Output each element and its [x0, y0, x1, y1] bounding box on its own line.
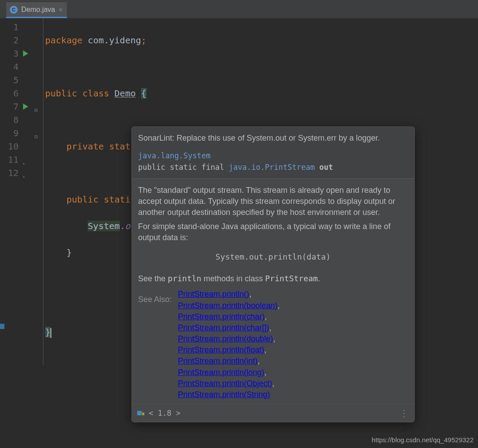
- svg-rect-2: [143, 413, 144, 415]
- run-icon[interactable]: [23, 50, 28, 57]
- line-number: 5: [0, 73, 19, 87]
- run-icon[interactable]: [23, 103, 28, 110]
- line-number: 4: [0, 60, 19, 73]
- module-icon: [137, 410, 145, 416]
- doc-header: SonarLint: Replace this use of System.ou…: [132, 127, 414, 179]
- see-also-label: See Also:: [138, 294, 178, 400]
- line-number-gutter: 1 2 3 4 5 6 7 8 9 10 11 12: [0, 19, 21, 365]
- jdk-version: < 1.8 >: [149, 409, 181, 417]
- code-line: public class Demo {: [45, 87, 280, 100]
- line-number: 8: [0, 113, 19, 126]
- sonarlint-warning: SonarLint: Replace this use of System.ou…: [138, 132, 408, 144]
- doc-paragraph: The "standard" output stream. This strea…: [138, 185, 408, 218]
- see-also-link[interactable]: PrintStream.println(): [178, 290, 249, 299]
- doc-paragraph: For simple stand-alone Java applications…: [138, 221, 408, 243]
- see-also-link[interactable]: PrintStream.println(char): [178, 312, 265, 321]
- java-class-icon: C: [10, 6, 18, 14]
- see-also-link[interactable]: PrintStream.println(Object): [178, 379, 272, 388]
- see-also-link[interactable]: PrintStream.println(char[]): [178, 323, 269, 332]
- run-marker-gutter: ▸ ▸: [21, 19, 34, 365]
- doc-footer: < 1.8 > ⋮: [132, 404, 414, 422]
- line-number: 2: [0, 34, 19, 47]
- line-number: 1: [0, 20, 19, 34]
- line-number: 7: [0, 100, 19, 113]
- doc-signature: java.lang.System public static final jav…: [138, 150, 408, 173]
- line-number: 3: [0, 47, 19, 60]
- code-line: package com.yideng;: [45, 34, 280, 47]
- see-also-link[interactable]: PrintStream.println(int): [178, 356, 258, 365]
- fold-close-icon[interactable]: ⊡: [35, 130, 41, 136]
- svg-rect-1: [141, 412, 143, 415]
- line-number: 9: [0, 126, 19, 140]
- doc-code-sample: System.out.println(data): [138, 251, 408, 262]
- line-number: 12: [0, 166, 19, 180]
- code-line: [45, 113, 280, 126]
- see-also-list: PrintStream.println(), PrintStream.print…: [178, 289, 280, 400]
- doc-body: The "standard" output stream. This strea…: [132, 179, 414, 404]
- doc-type-link[interactable]: java.io.PrintStream: [229, 163, 315, 172]
- error-stripe-marker[interactable]: [0, 324, 4, 329]
- more-menu-icon[interactable]: ⋮: [400, 408, 409, 418]
- see-also-link[interactable]: PrintStream.println(String): [178, 390, 270, 399]
- text-cursor: [50, 328, 51, 338]
- code-line: [45, 60, 280, 73]
- quick-doc-popup: SonarLint: Replace this use of System.ou…: [131, 126, 415, 422]
- see-also-link[interactable]: PrintStream.println(float): [178, 345, 264, 354]
- doc-class-link[interactable]: java.lang.System: [138, 151, 211, 160]
- tab-close-icon[interactable]: ×: [58, 6, 62, 13]
- tab-bar: C Demo.java ×: [0, 0, 478, 19]
- fold-marker-icon: ▸: [23, 170, 26, 184]
- see-also-link[interactable]: PrintStream.println(long): [178, 368, 264, 377]
- file-tab[interactable]: C Demo.java ×: [6, 2, 67, 18]
- fold-open-icon[interactable]: ⊟: [35, 103, 41, 110]
- tab-filename: Demo.java: [21, 6, 55, 14]
- watermark: https://blog.csdn.net/qq_49529322: [372, 436, 474, 444]
- line-number: 10: [0, 140, 19, 153]
- doc-paragraph: See the println methods in class PrintSt…: [138, 273, 408, 284]
- see-also-link[interactable]: PrintStream.println(boolean): [178, 301, 278, 310]
- line-number: 11: [0, 153, 19, 166]
- line-number: 6: [0, 87, 19, 100]
- fold-gutter: ⊟ ⊡: [34, 19, 43, 365]
- see-also-link[interactable]: PrintStream.println(double): [178, 334, 273, 343]
